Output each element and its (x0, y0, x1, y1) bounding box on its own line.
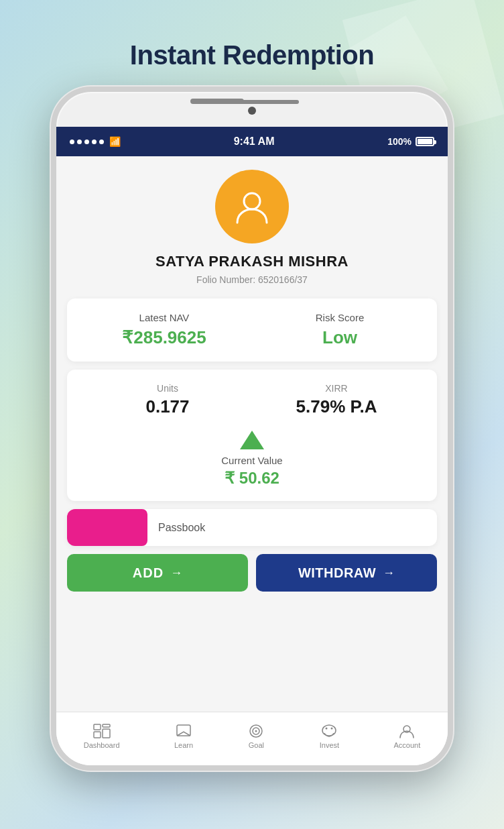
svg-point-11 (331, 727, 333, 729)
account-icon (398, 724, 416, 738)
nav-item-dashboard[interactable]: Dashboard (84, 724, 120, 749)
current-value-label: Current Value (221, 455, 282, 466)
nav-learn-label: Learn (174, 741, 193, 749)
add-button[interactable]: ADD → (67, 554, 248, 592)
svg-point-8 (255, 730, 257, 732)
page-title: Instant Redemption (130, 40, 374, 70)
passbook-label[interactable]: Passbook (158, 522, 205, 534)
status-battery: 100% (387, 136, 434, 147)
passbook-tab-active[interactable] (67, 509, 147, 546)
nav-item-account[interactable]: Account (394, 724, 421, 749)
signal-dot (92, 140, 97, 144)
withdraw-button-label: WITHDRAW (298, 565, 376, 581)
battery-fill (418, 139, 432, 144)
svg-rect-3 (103, 724, 110, 727)
svg-rect-4 (103, 729, 110, 738)
folio-number: Folio Number: 6520166/37 (196, 274, 308, 285)
signal-dot (70, 140, 74, 144)
nav-value: ₹285.9625 (122, 327, 206, 348)
nav-item-goal[interactable]: Goal (247, 724, 265, 749)
current-value-section: Current Value ₹ 50.62 (83, 431, 421, 488)
status-bar: 📶 9:41 AM 100% (56, 127, 448, 156)
dashboard-icon (93, 724, 111, 738)
units-value: 0.177 (145, 396, 189, 417)
phone-frame: 📶 9:41 AM 100% SATYA PRAKASH MISHRA Foli… (51, 87, 453, 771)
phone-btn-mute (51, 199, 54, 229)
status-signal: 📶 (70, 136, 121, 147)
battery-icon (416, 137, 434, 146)
units-col: Units 0.177 (83, 383, 252, 417)
withdraw-button[interactable]: WITHDRAW → (256, 554, 437, 592)
phone-btn-power (450, 226, 453, 273)
wifi-icon: 📶 (109, 136, 121, 147)
nav-risk-card: Latest NAV ₹285.9625 Risk Score Low (67, 298, 437, 362)
nav-item-learn[interactable]: Learn (174, 724, 193, 749)
units-xirr-row: Units 0.177 XIRR 5.79% P.A (83, 383, 421, 417)
svg-rect-2 (94, 732, 101, 738)
signal-dot (99, 140, 104, 144)
bottom-nav: Dashboard Learn Goal (56, 712, 448, 765)
passbook-area[interactable]: Passbook (67, 509, 437, 546)
invest-icon (320, 724, 338, 738)
phone-camera (248, 107, 256, 115)
avatar (215, 170, 289, 243)
risk-value: Low (322, 327, 357, 348)
user-name: SATYA PRAKASH MISHRA (155, 253, 349, 270)
nav-label: Latest NAV (139, 312, 190, 323)
svg-point-0 (244, 193, 260, 209)
phone-btn-vol-up (51, 239, 54, 286)
units-label: Units (157, 383, 178, 394)
nav-goal-label: Goal (249, 741, 264, 749)
profile-section: SATYA PRAKASH MISHRA Folio Number: 65201… (56, 156, 448, 298)
current-value-amount: ₹ 50.62 (225, 469, 279, 488)
nav-risk-row: Latest NAV ₹285.9625 Risk Score Low (83, 312, 421, 348)
xirr-value: 5.79% P.A (296, 396, 377, 417)
status-time: 9:41 AM (234, 135, 275, 148)
xirr-label: XIRR (325, 383, 347, 394)
phone-content: SATYA PRAKASH MISHRA Folio Number: 65201… (56, 156, 448, 765)
nav-invest-label: Invest (320, 741, 339, 749)
withdraw-arrow-icon: → (383, 566, 395, 580)
risk-col: Risk Score Low (259, 312, 421, 348)
svg-point-9 (322, 725, 336, 736)
phone-btn-vol-down (51, 297, 54, 344)
nav-account-label: Account (394, 741, 421, 749)
svg-rect-1 (94, 724, 101, 730)
risk-label: Risk Score (316, 312, 365, 323)
add-arrow-icon: → (170, 566, 182, 580)
signal-dot (77, 140, 82, 144)
xirr-col: XIRR 5.79% P.A (252, 383, 421, 417)
battery-percent: 100% (387, 136, 412, 147)
trend-up-icon (240, 431, 264, 449)
goal-icon (247, 724, 265, 738)
phone-notch (205, 100, 299, 104)
add-button-label: ADD (133, 565, 164, 581)
nav-item-invest[interactable]: Invest (320, 724, 339, 749)
action-buttons: ADD → WITHDRAW → (67, 554, 437, 592)
signal-dot (84, 140, 89, 144)
nav-dashboard-label: Dashboard (84, 741, 120, 749)
nav-col: Latest NAV ₹285.9625 (83, 312, 245, 348)
learn-icon (175, 724, 192, 738)
units-xirr-card: Units 0.177 XIRR 5.79% P.A Current Value… (67, 370, 437, 501)
svg-point-10 (326, 727, 328, 729)
